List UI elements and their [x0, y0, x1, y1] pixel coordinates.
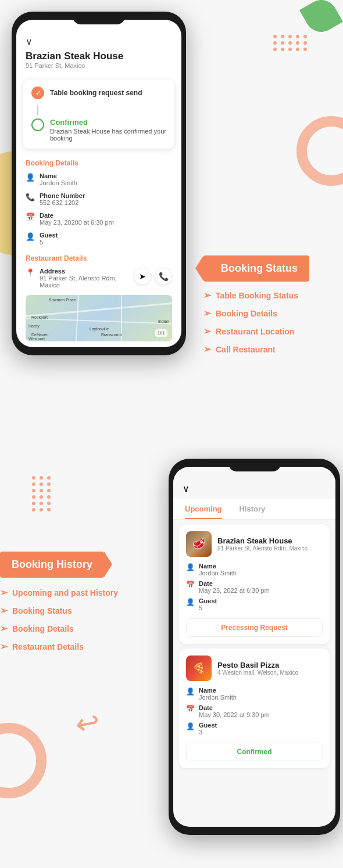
- b1-name-value: Jordon Smith: [199, 570, 237, 577]
- date-label: Date: [40, 212, 114, 219]
- name-label: Name: [40, 172, 77, 179]
- b1-guest-row: 👤 Guest 5: [186, 597, 323, 611]
- tab-upcoming[interactable]: Upcoming: [185, 505, 222, 519]
- booking-card-1: 🥩 Brazian Steak House 91 Parker St, Alen…: [179, 524, 330, 644]
- deco-leaf: [299, 0, 343, 38]
- guest-row: 👤 Guest 5: [16, 229, 181, 248]
- phone2-back-button[interactable]: ∨: [173, 467, 335, 499]
- feature-label-2: Booking Details: [216, 309, 277, 318]
- b2-guest-label: Guest: [199, 722, 217, 729]
- tab-history[interactable]: History: [240, 505, 266, 519]
- banner-arrow: [195, 255, 203, 281]
- b1-person-icon: 👤: [186, 563, 195, 571]
- b2-person-icon: 👤: [186, 687, 195, 696]
- address-row: 📍 Address 91 Parker St, Alensto Rdm, Max…: [16, 265, 181, 291]
- b2-name-value: Jordon Smith: [199, 694, 237, 701]
- booking-status-panel: Booking Status ➢ Table Booking Status ➢ …: [203, 255, 343, 362]
- status-sent-label: Table booking request send: [50, 89, 142, 97]
- date-value: May 23, 20200 at 6:30 pm: [40, 219, 114, 226]
- confirmed-label: Confirmed: [50, 118, 166, 127]
- name-value: Jordon Smith: [40, 179, 77, 186]
- hist-feature-label-2: Booking Status: [12, 606, 72, 615]
- rest2-image: 🍕: [186, 655, 212, 681]
- b2-calendar-icon: 📅: [186, 705, 195, 713]
- person-icon: 👤: [26, 173, 35, 182]
- hist-chevron-4: ➢: [0, 641, 8, 652]
- phone-row: 📞 Phone Number 552 632 1202: [16, 189, 181, 209]
- address-label: Address: [40, 268, 129, 275]
- chevron-icon-3: ➢: [203, 326, 211, 337]
- map-container: Bowman Place Rockport Hardy Indian Layto…: [26, 295, 172, 341]
- booking-status-banner: Booking Status: [203, 255, 309, 282]
- processing-request-button[interactable]: Precessing Request: [186, 618, 323, 637]
- hist-chevron-3: ➢: [0, 623, 8, 634]
- phone-notch: [73, 12, 125, 24]
- booking-history-banner: Booking History: [0, 552, 104, 578]
- phone1-screen: ∨ Brazian Steak House 91 Parker St, Maxi…: [16, 20, 181, 347]
- feature-list: ➢ Table Booking Status ➢ Booking Details…: [203, 290, 343, 355]
- b2-date-label: Date: [199, 704, 270, 711]
- map-route-label: 101: [155, 329, 167, 337]
- b1-name-label: Name: [199, 563, 237, 570]
- b1-calendar-icon: 📅: [186, 581, 195, 589]
- status-confirmed-row: Confirmed Brazian Steak House has confir…: [31, 116, 166, 142]
- b2-guest-row: 👤 Guest 3: [186, 722, 323, 736]
- b1-name-row: 👤 Name Jordon Smith: [186, 563, 323, 577]
- navigate-button[interactable]: ➤: [134, 268, 151, 285]
- booking-history-banner-wrapper: Booking History: [0, 552, 134, 578]
- b1-guest-icon: 👤: [186, 598, 195, 606]
- b2-guest-icon: 👤: [186, 722, 195, 730]
- phone-label: Phone Number: [40, 192, 85, 199]
- map-label-indian: Indian: [158, 319, 169, 323]
- feature-label-4: Call Restaurant: [216, 345, 276, 354]
- name-row: 👤 Name Jordon Smith: [16, 170, 181, 189]
- phone-value: 552 632 1202: [40, 199, 85, 206]
- deco-pink-arc: [296, 116, 343, 186]
- history-feature-list: ➢ Upcoming and past History ➢ Booking St…: [0, 587, 134, 652]
- location-icon: 📍: [26, 268, 35, 277]
- map-label-branscomb: Branscomb: [101, 333, 122, 337]
- feature-item-4: ➢ Call Restaurant: [203, 344, 343, 355]
- hist-feature-item-1: ➢ Upcoming and past History: [0, 587, 134, 598]
- b1-date-value: May 23, 2022 at 6:30 pm: [199, 587, 270, 594]
- hist-feature-label-4: Restaurant Details: [12, 642, 84, 651]
- date-row: 📅 Date May 23, 20200 at 6:30 pm: [16, 209, 181, 229]
- deco-pink-arc-bottom: [0, 723, 47, 798]
- status-confirmed-icon: [31, 118, 44, 131]
- deco-dots-bottom-left: [32, 476, 52, 512]
- chevron-icon-4: ➢: [203, 344, 211, 355]
- confirmed-button[interactable]: Confirmed: [186, 743, 323, 761]
- phone1-frame: ∨ Brazian Steak House 91 Parker St, Maxi…: [12, 12, 186, 355]
- phone1-header: ∨ Brazian Steak House 91 Parker St, Maxi…: [16, 20, 181, 75]
- b2-date-value: May 30, 2022 at 9:30 pm: [199, 711, 270, 718]
- map-label-bowman: Bowman Place: [49, 298, 76, 302]
- rest1-header: 🥩 Brazian Steak House 91 Parker St, Alen…: [186, 531, 323, 557]
- map-label-laytonville: Laytonville: [90, 327, 109, 331]
- confirmed-desc: Brazian Steak House has confirmed your b…: [50, 128, 166, 142]
- back-button[interactable]: ∨: [26, 36, 172, 47]
- steak-icon: 🥩: [186, 531, 212, 557]
- deco-arrow-swirl: ↩: [73, 705, 102, 742]
- map-label-dehaven: DeHaven: [31, 333, 48, 337]
- map-label-hardy: Hardy: [28, 324, 40, 328]
- status-card: ✓ Table booking request send Confirmed B…: [23, 80, 174, 149]
- hist-chevron-2: ➢: [0, 605, 8, 616]
- rest1-image: 🥩: [186, 531, 212, 557]
- b1-date-row: 📅 Date May 23, 2022 at 6:30 pm: [186, 580, 323, 594]
- status-sent-row: ✓ Table booking request send: [31, 87, 166, 99]
- rest2-name: Pesto Basil Pizza: [217, 661, 298, 669]
- address-value: 91 Parker St, Alensto Rdm, Maxico: [40, 275, 129, 289]
- call-button[interactable]: 📞: [155, 268, 172, 285]
- feature-label-1: Table Booking Status: [216, 291, 298, 300]
- rest1-name: Brazian Steak House: [217, 536, 308, 545]
- rest2-addr: 4 Weston mall, Welson, Maxico: [217, 669, 298, 676]
- status-sent-icon: ✓: [31, 87, 44, 99]
- feature-item-3: ➢ Restaurant Location: [203, 326, 343, 337]
- hist-feature-item-3: ➢ Booking Details: [0, 623, 134, 634]
- feature-label-3: Restaurant Location: [216, 327, 294, 336]
- guest-icon: 👤: [26, 232, 35, 241]
- booking-details-title: Booking Details: [16, 153, 181, 170]
- map-label-westport: Westport: [28, 337, 45, 341]
- rest2-header: 🍕 Pesto Basil Pizza 4 Weston mall, Welso…: [186, 655, 323, 681]
- phone2-screen: ∨ Upcoming History 🥩 Brazian Steak House…: [173, 467, 335, 827]
